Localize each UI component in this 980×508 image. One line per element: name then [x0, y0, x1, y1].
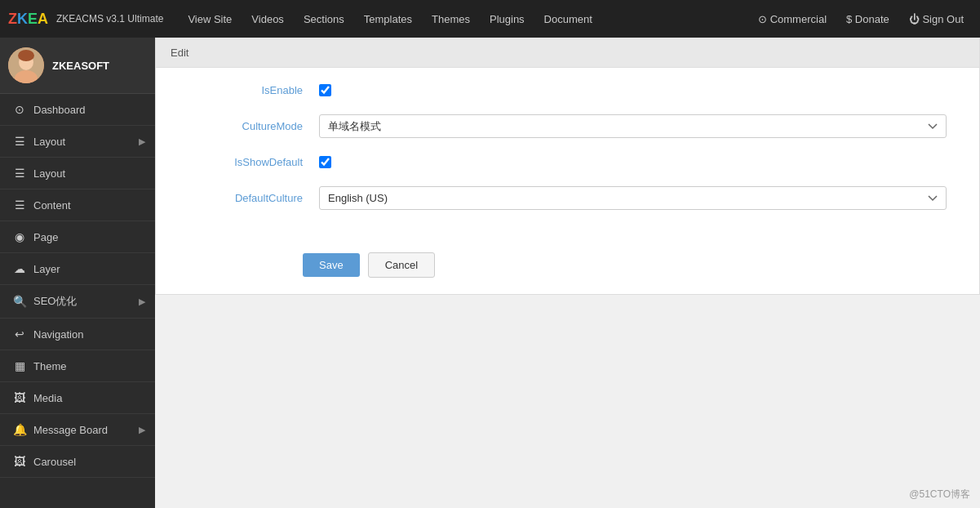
form-row-is-enable: IsEnable	[188, 84, 947, 96]
default-culture-select[interactable]: English (US) Chinese (Simplified) Chines…	[319, 186, 947, 210]
is-show-default-wrap	[319, 156, 947, 168]
sidebar-item-label: Media	[33, 392, 62, 404]
sidebar-item-media[interactable]: 🖼 Media	[0, 382, 155, 414]
main-wrap: ZKEASOFT ⊙ Dashboard ☰ Layout ▶ ☰ Layout…	[0, 38, 980, 508]
form-row-is-show-default: IsShowDefault	[188, 156, 947, 168]
sidebar-item-content[interactable]: ☰ Content	[0, 189, 155, 221]
sidebar-item-message-board[interactable]: 🔔 Message Board ▶	[0, 414, 155, 446]
sidebar-item-theme[interactable]: ▦ Theme	[0, 350, 155, 382]
sidebar-item-label: Carousel	[33, 456, 76, 468]
nav-document[interactable]: Document	[536, 8, 601, 30]
sidebar-item-label: SEO优化	[33, 294, 77, 309]
sidebar-item-label: Layer	[33, 263, 60, 275]
topnav: ZKEA ZKEACMS v3.1 Ultimate View Site Vid…	[0, 0, 980, 38]
chevron-right-icon: ▶	[139, 136, 145, 147]
nav-sections[interactable]: Sections	[295, 8, 353, 30]
sidebar-item-label: Message Board	[33, 424, 108, 436]
nav-view-site[interactable]: View Site	[180, 8, 240, 30]
sidebar-item-label: Layout	[33, 136, 65, 148]
nav-plugins[interactable]: Plugins	[481, 8, 533, 30]
sidebar-item-layer[interactable]: ☁ Layer	[0, 253, 155, 285]
layout-icon: ☰	[12, 135, 27, 148]
sidebar-item-label: Page	[33, 231, 58, 243]
is-show-default-checkbox[interactable]	[319, 156, 331, 168]
avatar-image	[8, 47, 44, 83]
is-enable-checkbox[interactable]	[319, 84, 331, 96]
carousel-icon: 🖼	[12, 455, 27, 468]
layout2-icon: ☰	[12, 167, 27, 180]
navigation-icon: ↩	[12, 328, 27, 341]
culture-mode-wrap: 单域名模式 多域名模式	[319, 114, 947, 138]
sidebar-item-navigation[interactable]: ↩ Navigation	[0, 319, 155, 350]
culture-mode-label: CultureMode	[188, 120, 319, 132]
watermark: @51CTO博客	[909, 488, 970, 501]
sidebar-item-carousel[interactable]: 🖼 Carousel	[0, 446, 155, 478]
theme-icon: ▦	[12, 359, 27, 372]
message-board-icon: 🔔	[12, 423, 27, 436]
media-icon: 🖼	[12, 391, 27, 404]
sidebar-item-page[interactable]: ◉ Page	[0, 221, 155, 253]
dashboard-icon: ⊙	[12, 103, 27, 116]
nav-commercial[interactable]: ⊙ Commercial	[750, 8, 835, 30]
nav-right: ⊙ Commercial $ Donate ⏻ Sign Out	[750, 8, 972, 30]
cms-version: ZKEACMS v3.1 Ultimate	[56, 13, 163, 25]
sidebar-item-dashboard[interactable]: ⊙ Dashboard	[0, 94, 155, 126]
form-actions: Save Cancel	[156, 244, 979, 294]
nav-videos[interactable]: Videos	[243, 8, 292, 30]
form-row-default-culture: DefaultCulture English (US) Chinese (Sim…	[188, 186, 947, 210]
is-enable-label: IsEnable	[188, 84, 319, 96]
svg-point-4	[18, 50, 34, 61]
is-show-default-label: IsShowDefault	[188, 156, 319, 168]
edit-panel: Edit IsEnable CultureMode 单域名模式 多域名模式	[155, 38, 980, 295]
sidebar-username: ZKEASOFT	[52, 60, 109, 72]
form-row-culture-mode: CultureMode 单域名模式 多域名模式	[188, 114, 947, 138]
logo: ZKEA	[8, 11, 48, 28]
default-culture-label: DefaultCulture	[188, 192, 319, 204]
is-enable-wrap	[319, 84, 947, 96]
save-button[interactable]: Save	[303, 253, 360, 277]
sidebar-item-label: Dashboard	[33, 104, 86, 116]
sidebar-item-seo[interactable]: 🔍 SEO优化 ▶	[0, 285, 155, 319]
sidebar-item-layout[interactable]: ☰ Layout ▶	[0, 126, 155, 158]
nav-links: View Site Videos Sections Templates Them…	[180, 8, 750, 30]
nav-templates[interactable]: Templates	[356, 8, 420, 30]
sidebar-item-label: Navigation	[33, 328, 83, 341]
nav-donate[interactable]: $ Donate	[838, 8, 898, 30]
page-icon: ◉	[12, 230, 27, 243]
sidebar-profile: ZKEASOFT	[0, 38, 155, 94]
nav-themes[interactable]: Themes	[423, 8, 478, 30]
sidebar-item-label: Theme	[33, 360, 66, 372]
sidebar: ZKEASOFT ⊙ Dashboard ☰ Layout ▶ ☰ Layout…	[0, 38, 155, 508]
sidebar-item-label: Content	[33, 199, 71, 212]
chevron-right-icon: ▶	[139, 425, 145, 435]
default-culture-wrap: English (US) Chinese (Simplified) Chines…	[319, 186, 947, 210]
sidebar-item-layout2[interactable]: ☰ Layout	[0, 158, 155, 189]
cancel-button[interactable]: Cancel	[368, 252, 435, 278]
layer-icon: ☁	[12, 262, 27, 275]
content-area: Edit IsEnable CultureMode 单域名模式 多域名模式	[155, 38, 980, 508]
nav-sign-out[interactable]: ⏻ Sign Out	[901, 8, 972, 30]
culture-mode-select[interactable]: 单域名模式 多域名模式	[319, 114, 947, 138]
seo-icon: 🔍	[12, 295, 27, 308]
edit-header: Edit	[156, 38, 979, 68]
content-icon: ☰	[12, 198, 27, 212]
edit-body: IsEnable CultureMode 单域名模式 多域名模式	[156, 68, 979, 244]
chevron-right-icon: ▶	[139, 296, 145, 307]
sidebar-item-label: Layout	[33, 167, 65, 180]
avatar	[8, 47, 44, 83]
